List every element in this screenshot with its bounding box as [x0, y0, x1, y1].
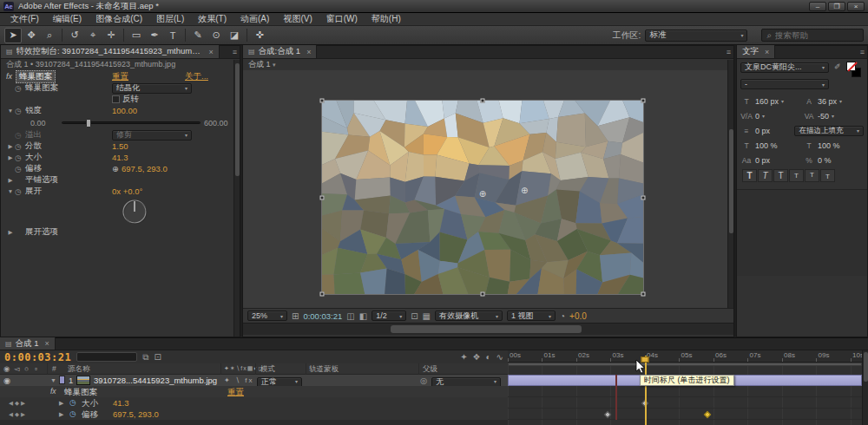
timeline-marker[interactable] — [615, 375, 617, 420]
collapse-icon[interactable]: ▶ — [6, 177, 15, 184]
effect-name[interactable]: 蜂巢图案 — [64, 386, 97, 397]
superscript-button[interactable]: T — [805, 169, 819, 182]
eye-icon[interactable]: ◉ — [3, 364, 10, 373]
maximize-button[interactable]: ❐ — [828, 2, 845, 11]
font-size-value[interactable]: 160 px — [755, 97, 779, 106]
keyframe-navigator[interactable]: ◀◆▶ — [9, 409, 27, 420]
vertical-scale-value[interactable]: 100 % — [755, 141, 778, 150]
panel-menu-icon[interactable]: ≡ — [233, 48, 237, 56]
collapse-icon[interactable]: ▶ — [6, 154, 15, 161]
eyedropper-icon[interactable]: ✐ — [834, 62, 841, 71]
close-icon[interactable]: × — [45, 339, 49, 348]
selection-handle[interactable] — [481, 99, 485, 103]
layer-row[interactable]: ◉ ▼ 1 3910728...54415923_mthumb.jpg ✦ ∖ … — [0, 375, 508, 386]
horizontal-scale-value[interactable]: 100 % — [818, 141, 840, 150]
view-layout-dropdown[interactable]: 1 视图▾ — [507, 311, 556, 321]
stopwatch-icon[interactable]: ◷ — [69, 409, 76, 420]
disperse-value[interactable]: 1.50 — [112, 141, 128, 151]
pen-tool-icon[interactable]: ✒ — [146, 28, 163, 43]
solo-icon[interactable]: ○ — [24, 364, 29, 373]
fill-color-swatch[interactable] — [846, 62, 856, 71]
expand-icon[interactable]: ▼ — [6, 188, 15, 194]
tracking-value[interactable]: -50 — [818, 112, 829, 121]
stroke-style-dropdown[interactable]: 在描边上填充▾ — [794, 126, 864, 136]
layer-name[interactable]: 3910728...54415923_mthumb.jpg — [94, 375, 217, 386]
current-timecode[interactable]: 0:00:03:21 — [4, 351, 71, 363]
exposure-value[interactable]: +0.0 — [569, 311, 587, 321]
effect-name[interactable]: 蜂巢图案 — [16, 70, 56, 83]
eraser-tool-icon[interactable]: ◪ — [226, 28, 243, 43]
baseline-shift-value[interactable]: 0 px — [755, 156, 770, 165]
font-style-dropdown[interactable]: -▾ — [740, 79, 829, 89]
close-icon[interactable]: × — [306, 48, 311, 56]
offset-value[interactable]: 697.5, 293.0 — [122, 164, 168, 173]
property-row-offset[interactable]: ◀◆▶ ▶ ◷ 偏移 697.5, 293.0 — [0, 409, 508, 420]
panel-menu-icon[interactable]: ≡ — [727, 48, 731, 56]
stroke-width-value[interactable]: 0 px — [755, 127, 770, 135]
subscript-button[interactable]: T — [820, 169, 835, 182]
work-area-bar[interactable] — [508, 363, 862, 366]
tsume-value[interactable]: 0 % — [818, 156, 832, 165]
collapse-icon[interactable]: ▶ — [6, 229, 15, 236]
expand-icon[interactable]: ▼ — [6, 108, 15, 114]
menu-item-effect[interactable]: 效果(T) — [191, 13, 233, 25]
scrollbar-thumb[interactable] — [235, 63, 240, 176]
graph-editor-icon[interactable]: ∿ — [496, 352, 503, 362]
selection-handle[interactable] — [641, 195, 646, 199]
timeline-vscrollbar[interactable] — [862, 350, 868, 425]
menu-item-file[interactable]: 文件(F) — [3, 13, 46, 25]
transparency-grid-icon[interactable]: ▦ — [423, 311, 431, 321]
invert-checkbox[interactable] — [112, 95, 120, 103]
menu-item-animation[interactable]: 动画(A) — [233, 13, 276, 25]
live-update-icon[interactable]: ⊡ — [154, 352, 161, 362]
menu-item-window[interactable]: 窗口(W) — [319, 13, 365, 25]
effect-control-point-icon[interactable]: ⊕ — [521, 185, 528, 194]
faux-italic-button[interactable]: T — [758, 169, 773, 182]
minimize-button[interactable]: – — [809, 2, 826, 11]
keyframe-navigator[interactable]: ◀◆▶ — [9, 397, 27, 409]
stopwatch-icon[interactable]: ◷ — [15, 84, 25, 93]
hand-tool-icon[interactable]: ✥ — [23, 28, 40, 43]
pattern-dropdown[interactable]: 结晶化▾ — [112, 83, 192, 94]
grid-guides-icon[interactable]: ⊞ — [292, 311, 299, 321]
brush-tool-icon[interactable]: ✎ — [189, 28, 207, 43]
effect-row[interactable]: fx 蜂巢图案 重置 — [0, 386, 508, 397]
scrollbar-thumb[interactable] — [391, 325, 582, 333]
selection-handle[interactable] — [320, 99, 325, 103]
puppet-tool-icon[interactable]: ✜ — [251, 28, 268, 43]
camera-dropdown[interactable]: 有效摄像机▾ — [435, 311, 503, 321]
small-caps-button[interactable]: T — [789, 169, 804, 182]
size-value[interactable]: 41.3 — [113, 397, 129, 409]
panel-menu-icon[interactable]: ≡ — [860, 48, 865, 56]
type-tool-icon[interactable]: T — [164, 28, 181, 43]
effect-controls-scrollbar[interactable] — [233, 60, 240, 337]
clone-stamp-tool-icon[interactable]: ⊙ — [207, 28, 225, 43]
effect-about-link[interactable]: 关于... — [185, 71, 208, 82]
menu-item-view[interactable]: 视图(V) — [276, 13, 319, 25]
rotation-dial[interactable] — [121, 198, 148, 226]
rotation-tool-icon[interactable]: ↺ — [66, 28, 83, 43]
workspace-dropdown[interactable]: 标准 ▾ — [645, 29, 747, 42]
scrollbar-thumb[interactable] — [729, 129, 733, 233]
leading-value[interactable]: 36 px — [818, 97, 837, 106]
parent-header[interactable]: 父级 — [423, 364, 437, 375]
composition-viewer[interactable]: ⊕ ⊕ — [243, 70, 733, 308]
timecode-field[interactable] — [76, 352, 137, 362]
menu-item-help[interactable]: 帮助(H) — [365, 13, 408, 25]
tab-timeline-comp[interactable]: ▤ 合成 1 × — [0, 337, 56, 350]
parent-pickwhip-icon[interactable]: ◎ — [420, 375, 427, 386]
collapse-icon[interactable]: ▶ — [59, 409, 63, 420]
layer-anchor-point-icon[interactable]: ⊕ — [479, 189, 486, 199]
audio-icon[interactable]: ◅ — [14, 364, 20, 373]
lock-icon[interactable]: ▫ — [35, 364, 37, 373]
track-matte-header[interactable]: 轨道蒙板 — [309, 364, 339, 375]
stopwatch-icon[interactable]: ◷ — [15, 154, 25, 162]
param-group-label[interactable]: 平铺选项 — [25, 174, 58, 186]
menu-item-edit[interactable]: 编辑(E) — [46, 13, 89, 25]
viewer-timecode[interactable]: 0:00:03:21 — [303, 311, 342, 321]
viewer-vscrollbar[interactable] — [727, 60, 733, 308]
close-icon[interactable]: × — [209, 48, 214, 56]
zoom-tool-icon[interactable]: ⌕ — [41, 28, 58, 43]
stopwatch-icon[interactable]: ◷ — [15, 142, 25, 151]
magnification-dropdown[interactable]: 25%▾ — [247, 311, 287, 321]
